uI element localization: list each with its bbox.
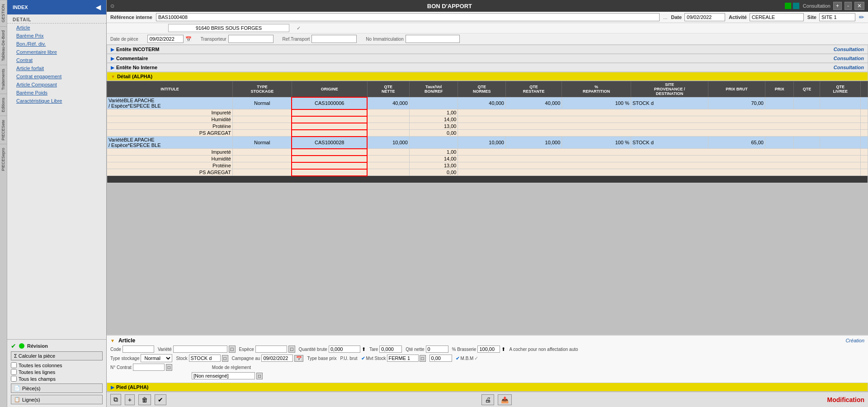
pu-brut-input[interactable] bbox=[429, 355, 452, 362]
table-row-empty bbox=[107, 176, 868, 183]
vertical-tabs: GESTION Tableau-De-Bord Traitements Edit… bbox=[0, 0, 7, 407]
export-button[interactable]: 📤 bbox=[498, 394, 512, 405]
copy-button[interactable]: ⧉ bbox=[110, 394, 121, 405]
cell-sub-ts bbox=[232, 116, 292, 123]
campagne-input[interactable] bbox=[261, 355, 293, 362]
sidebar-item-contrat[interactable]: Contrat bbox=[7, 56, 106, 64]
type-stockage-select[interactable]: Normal bbox=[141, 354, 172, 362]
campagne-calendar-icon[interactable]: 📅 bbox=[294, 355, 303, 362]
app-title: BON D'APPORT bbox=[118, 3, 781, 9]
variete-input[interactable] bbox=[173, 345, 227, 353]
incoterm-title: Entête INCOTERM bbox=[116, 47, 159, 52]
col-taux-vol: Taux/VolBON/REF bbox=[409, 81, 458, 97]
calculer-piece-button[interactable]: Σ Calculer la pièce bbox=[11, 351, 103, 360]
code-input[interactable] bbox=[123, 345, 154, 353]
top-bar: ⊙ BON D'APPORT Consultation + - ✕ bbox=[107, 0, 868, 12]
variete-expand-icon[interactable]: □ bbox=[229, 345, 236, 353]
vtab-pieces-pro[interactable]: PIECESepro bbox=[0, 144, 7, 175]
cell-pad bbox=[861, 169, 868, 176]
date-input[interactable] bbox=[684, 13, 725, 21]
print-button[interactable]: 🖨 bbox=[481, 394, 494, 405]
cell-site: STOCK d bbox=[631, 97, 708, 109]
pied-triangle-icon: ▶ bbox=[111, 385, 114, 390]
no-contrat-label: N° Contrat bbox=[110, 365, 132, 370]
mvt-stock-input[interactable] bbox=[387, 355, 419, 362]
creation-link[interactable]: Création bbox=[845, 338, 864, 343]
qte-brute-input[interactable] bbox=[329, 345, 360, 353]
espece-expand-icon[interactable]: □ bbox=[288, 345, 295, 353]
edit-icon[interactable]: ✏ bbox=[859, 14, 864, 21]
ref-dots-button[interactable]: ... bbox=[663, 14, 667, 20]
sidebar-item-article-composant[interactable]: Article Composant bbox=[7, 80, 106, 89]
checkbox-toutes-lignes[interactable] bbox=[11, 369, 17, 375]
table-row: VariétéBLE APACHE/ Espèce*ESPECE BLE Nor… bbox=[107, 97, 868, 109]
sidebar-item-caracteristique[interactable]: Caractéristique Libre bbox=[7, 97, 106, 105]
top-minus-button[interactable]: - bbox=[844, 2, 852, 10]
ref-transport-field: Ref.Transport bbox=[283, 35, 357, 43]
detail-table-container[interactable]: INTITULE TYPESTOCKAGE ORIGINE QTENETTE T… bbox=[107, 81, 868, 335]
qte-nette-input[interactable] bbox=[426, 345, 448, 353]
mvt-stock-expand[interactable]: □ bbox=[420, 355, 426, 362]
no-immat-input[interactable] bbox=[406, 35, 460, 43]
pct-brasserie-arrow[interactable]: ⬆ bbox=[501, 346, 505, 352]
ref-input[interactable] bbox=[156, 13, 660, 21]
sidebar-item-bon-ref[interactable]: Bon./Réf. div. bbox=[7, 40, 106, 48]
no-contrat-expand[interactable]: □ bbox=[166, 364, 172, 371]
cell-sub-intitule: Humidité bbox=[107, 156, 233, 162]
commentaire-title: Commentaire bbox=[116, 56, 148, 61]
tare-input[interactable] bbox=[379, 345, 402, 353]
pied-section-header[interactable]: ▶ Pied (ALPHA) bbox=[107, 383, 868, 392]
site-input[interactable] bbox=[819, 13, 855, 21]
vtab-traitements[interactable]: Traitements bbox=[0, 65, 7, 94]
mode-reglement-input[interactable] bbox=[192, 372, 255, 379]
pct-brasserie-input[interactable] bbox=[477, 345, 500, 353]
sidebar-item-article[interactable]: Article bbox=[7, 24, 106, 32]
pu-brut-value-field bbox=[429, 355, 452, 362]
ref-transport-input[interactable] bbox=[311, 35, 357, 43]
vtab-editions[interactable]: Editions bbox=[0, 94, 7, 116]
sidebar-item-contrat-engagement[interactable]: Contrat engagement bbox=[7, 72, 106, 80]
cell-sub-intitule: Impureté bbox=[107, 149, 233, 156]
commentaire-section-header[interactable]: ▶ Commentaire Consultation bbox=[107, 54, 868, 63]
transporteur-input[interactable] bbox=[228, 35, 274, 43]
cell-intitule: VariétéBLE APACHE/ Espèce*ESPECE BLE bbox=[107, 97, 233, 109]
date-piece-input[interactable] bbox=[147, 35, 184, 43]
sidebar-item-commentaire-libre[interactable]: Commentaire libre bbox=[7, 48, 106, 56]
stock-input[interactable] bbox=[189, 355, 221, 362]
stock-calendar-icon[interactable]: □ bbox=[222, 355, 228, 362]
delete-button[interactable]: 🗑 bbox=[138, 394, 151, 405]
date-field-group: Date bbox=[671, 13, 725, 21]
detail-section-header[interactable]: ▼ Détail (ALPHA) bbox=[107, 72, 868, 81]
sidebar-collapse-arrow[interactable]: ◀ bbox=[96, 4, 101, 11]
pieces-button[interactable]: 📄 Pièce(s) bbox=[11, 383, 103, 393]
cell-agregat-qn bbox=[367, 130, 409, 137]
cell-pct-rep: 100 % bbox=[562, 97, 631, 109]
cell-pct-rep: 100 % bbox=[562, 137, 631, 149]
add-button[interactable]: + bbox=[125, 394, 135, 405]
entete-no-interne-section-header[interactable]: ▶ Entête No Interne Consultation bbox=[107, 63, 868, 72]
espece-input[interactable] bbox=[255, 345, 287, 353]
sidebar-item-bareme-prix[interactable]: Barème Prix bbox=[7, 32, 106, 40]
lignes-button[interactable]: 📋 Ligne(s) bbox=[11, 395, 103, 404]
cell-qte-restante: 40,000 bbox=[505, 97, 561, 109]
top-add-button[interactable]: + bbox=[833, 2, 842, 10]
qte-brute-arrows[interactable]: ⬆ bbox=[362, 346, 366, 352]
cell-sub-origine bbox=[292, 116, 367, 123]
mode-reglement-expand[interactable]: □ bbox=[256, 373, 263, 379]
checkbox-toutes-colonnes[interactable] bbox=[11, 362, 17, 368]
validate-button[interactable]: ✔ bbox=[155, 394, 166, 405]
vtab-gestion[interactable]: GESTION bbox=[0, 0, 7, 26]
incoterm-section-header[interactable]: ▶ Entête INCOTERM Consultation bbox=[107, 45, 868, 54]
no-contrat-input[interactable] bbox=[133, 364, 165, 371]
activite-input[interactable] bbox=[750, 13, 804, 21]
cell-qte bbox=[794, 97, 820, 109]
cell-agregat-rest bbox=[458, 130, 861, 137]
top-close-button[interactable]: ✕ bbox=[854, 2, 864, 10]
sidebar-item-article-forfait[interactable]: Article forfait bbox=[7, 64, 106, 72]
vtab-pieces-ete[interactable]: PIECESete bbox=[0, 116, 7, 144]
cell-agregat-taux: 0,00 bbox=[409, 130, 458, 137]
sidebar-item-bareme-poids[interactable]: Barème Poids bbox=[7, 89, 106, 97]
date-piece-calendar-icon[interactable]: 📅 bbox=[185, 36, 192, 42]
vtab-tableau[interactable]: Tableau-De-Bord bbox=[0, 26, 7, 65]
checkbox-tous-champs[interactable] bbox=[11, 376, 17, 382]
